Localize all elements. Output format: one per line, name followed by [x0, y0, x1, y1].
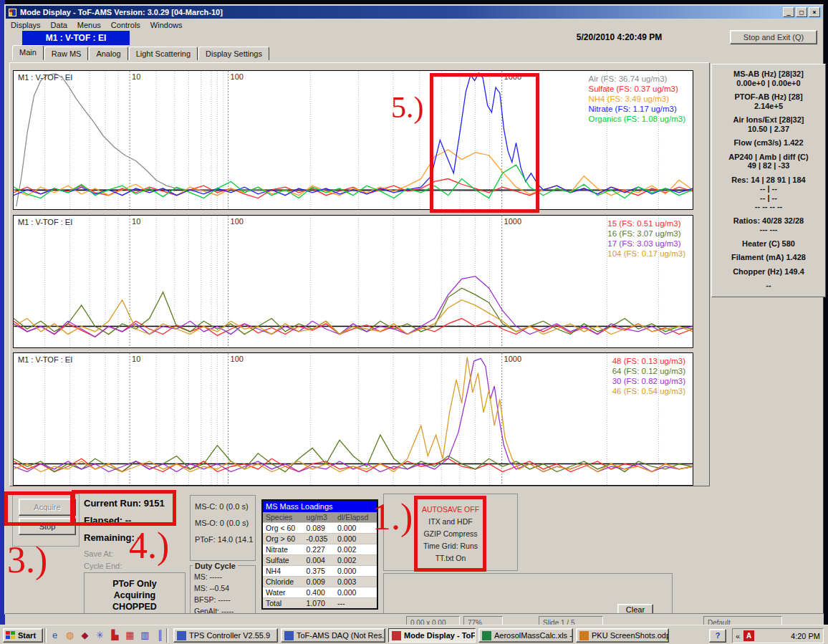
firefox-icon[interactable]: ◍: [64, 629, 76, 641]
columns-icon[interactable]: ║: [154, 629, 166, 641]
sidebar-stat: -- -- -- --: [712, 202, 825, 211]
quick-launch-bar: e◍◆✳▙▦▥║: [49, 629, 166, 641]
axis-tick-100: 100: [231, 355, 244, 363]
tab-display-settings[interactable]: Display Settings: [198, 47, 269, 60]
mail-icon[interactable]: ◆: [79, 629, 91, 641]
windows-flag-icon: [6, 631, 16, 640]
table-row: Org > 60-0.0350.000: [263, 534, 377, 544]
datetime-display: 5/20/2010 4:20:49 PM: [535, 32, 703, 44]
table-cell: 0.400: [304, 587, 334, 598]
table-row: Nitrate0.2270.002: [263, 544, 377, 555]
table-cell: Sulfate: [263, 555, 304, 566]
annotation-rect-1: [414, 496, 486, 572]
chart-mode-label: M1 : V-TOF : EI: [18, 218, 72, 226]
start-label: Start: [18, 631, 36, 640]
axis-tick-1000: 1000: [504, 217, 521, 226]
table-cell: Water: [263, 587, 304, 598]
chart-app-icon[interactable]: ▙: [109, 629, 121, 641]
acrobat-tray-icon[interactable]: A: [743, 630, 754, 641]
annotation-rect-4: [72, 490, 176, 526]
tab-light-scattering[interactable]: Light Scattering: [129, 47, 198, 60]
duty-cycle-lines: MS: -----MS: --0.54BFSP: -----GenAlt: --…: [194, 572, 255, 615]
taskbar-button-label: TPS Controller V2.55.9: [189, 631, 270, 640]
taskbar-button-label: PKU ScreenShots.odp - ...: [592, 631, 669, 640]
taskbar-button-2[interactable]: ToF-AMS DAQ (Not Res...: [281, 628, 385, 643]
app-icon: [8, 8, 17, 17]
stats-sidebar: MS-AB (Hz) [28|32]0.00e+0 | 0.00e+0PTOF-…: [711, 64, 826, 297]
sidebar-stat: 2.14e+5: [712, 102, 825, 111]
sidebar-stat: Res: 14 | 28 91 | 184: [712, 176, 825, 185]
app-icon: [284, 631, 294, 640]
legend-entry: Organics (FS: 1.08 ug/m3): [589, 114, 686, 124]
sidebar-stat: 10.50 | 2.37: [712, 125, 825, 134]
annotation-label-1: 1.): [372, 496, 413, 538]
help-tray-button[interactable]: ?: [709, 629, 726, 643]
ms-mass-loadings-table: MS Mass Loadings Speciesug/m3dl/ElapsdOr…: [261, 499, 378, 610]
tab-raw-ms[interactable]: Raw MS: [44, 47, 89, 60]
legend-entry: 15 (FS: 0.51 ug/m3): [607, 218, 685, 229]
taskbar-button-1[interactable]: TPS Controller V2.55.9: [173, 628, 278, 643]
minimize-button[interactable]: _: [783, 7, 794, 17]
mode-line-ptof-only: PToF Only: [85, 578, 185, 590]
statusbar-fragment: 77%: [463, 616, 503, 625]
chart-legend: 15 (FS: 0.51 ug/m3)16 (FS: 3.07 ug/m3)17…: [607, 218, 685, 259]
taskbar-button-5[interactable]: PKU ScreenShots.odp - ...: [576, 628, 669, 643]
desktop: Mode Display - ToF-AMS Version: 3.0.29 […: [0, 0, 828, 644]
taskbar-separator: [166, 628, 168, 643]
table-row: Water0.4000.000: [263, 587, 377, 598]
taskbar-button-4[interactable]: AerosolMassCalc.xls - O...: [478, 628, 573, 643]
table-cell: 0.375: [304, 566, 334, 577]
daq-grid-icon[interactable]: ▥: [139, 629, 151, 641]
tab-main[interactable]: Main: [12, 45, 44, 60]
taskbar-button-label: ToF-AMS DAQ (Not Res...: [297, 631, 385, 640]
menu-windows[interactable]: Windows: [145, 19, 188, 31]
trace-organics: [14, 165, 693, 198]
taskbar-button-label: AerosolMassCalc.xls - O...: [494, 631, 573, 640]
system-tray: « A 4:20 PM: [732, 628, 824, 643]
table-cell: 0.089: [304, 523, 334, 534]
red-grid-icon[interactable]: ▦: [124, 629, 136, 641]
table-cell: 0.227: [304, 544, 334, 555]
tray-chevron-icon[interactable]: «: [736, 632, 740, 640]
mass-table-col-header: Species: [263, 512, 304, 523]
start-button[interactable]: Start: [3, 628, 43, 643]
acquisition-mode-box: PToF Only Acquiring CHOPPED: [84, 572, 186, 617]
table-cell: Nitrate: [263, 544, 304, 555]
snowflake-icon[interactable]: ✳: [94, 629, 106, 641]
sidebar-stat: Chopper (Hz) 149.4: [712, 267, 825, 277]
taskbar-clock: 4:20 PM: [791, 632, 820, 640]
menu-data[interactable]: Data: [46, 19, 72, 31]
annotation-label-4: 4.): [129, 524, 169, 567]
ms-o-label: MS-O: 0 (0.0 s): [195, 519, 255, 527]
menu-controls[interactable]: Controls: [106, 19, 145, 31]
sidebar-stat: MS-AB (Hz) [28|32]: [712, 69, 825, 79]
title-bar[interactable]: Mode Display - ToF-AMS Version: 3.0.29 […: [6, 6, 822, 19]
close-button[interactable]: ×: [809, 7, 820, 17]
menu-menus[interactable]: Menus: [72, 19, 106, 31]
sidebar-stat: Flow (cm3/s) 1.422: [712, 138, 825, 148]
menu-displays[interactable]: Displays: [6, 19, 46, 31]
statusbar-fragment: Default: [703, 616, 782, 625]
legend-entry: 46 (FS: 0.54 ug/m3): [612, 386, 685, 396]
sidebar-stat: Ratios: 40/28 32/28: [712, 216, 825, 226]
timing-box: MS-C: 0 (0.0 s) MS-O: 0 (0.0 s) PToF: 14…: [190, 495, 256, 561]
menu-bar: DisplaysDataMenusControlsWindows: [6, 19, 822, 32]
tab-analog[interactable]: Analog: [89, 47, 127, 60]
sidebar-stat: 49 | 82 | -33: [712, 161, 825, 170]
duty-cycle-line: MS: -----: [194, 572, 255, 581]
app-icon: [392, 631, 401, 640]
tab-strip: MainRaw MSAnalogLight ScatteringDisplay …: [12, 45, 270, 60]
taskbar-button-label: Mode Display - ToF-A...: [404, 631, 476, 640]
ie-icon[interactable]: e: [49, 629, 61, 641]
sidebar-stat: AP240 | Amb | diff (C): [712, 153, 825, 162]
table-cell: NH4: [263, 566, 304, 577]
legend-entry: 48 (FS: 0.13 ug/m3): [612, 356, 685, 366]
sidebar-stat: --- ---: [712, 225, 825, 234]
statusbar-fragment: Slide 1 / 5: [539, 616, 603, 625]
stop-and-exit-button[interactable]: Stop and Exit (Q): [730, 30, 817, 44]
axis-tick-1000: 1000: [504, 355, 521, 363]
axis-tick-10: 10: [132, 217, 140, 226]
maximize-button[interactable]: □: [796, 7, 807, 17]
spectrum-chart-1: M1 : V-TOF : EI101001000Air (FS: 36.74 u…: [13, 70, 693, 210]
taskbar-button-3[interactable]: Mode Display - ToF-A...: [388, 628, 476, 643]
